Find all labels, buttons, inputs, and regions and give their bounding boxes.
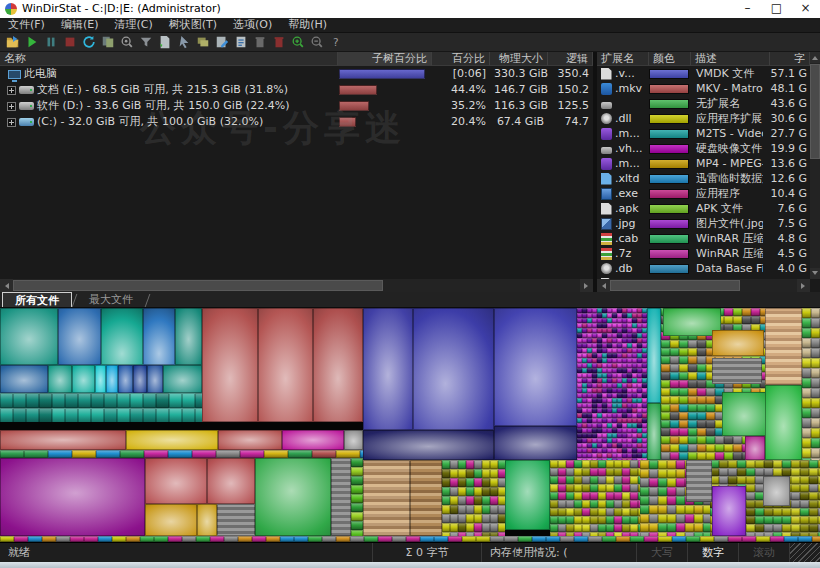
treemap-block[interactable]	[765, 308, 802, 385]
menu-item-4[interactable]: 选项(O)	[225, 18, 280, 32]
treemap-block[interactable]	[0, 458, 145, 536]
treemap-block[interactable]	[686, 460, 712, 502]
treemap-block[interactable]	[101, 308, 143, 365]
extension-row[interactable]: .exe应用程序10.4 G	[597, 186, 810, 201]
ext-col-0[interactable]: 扩展名	[597, 52, 649, 66]
treemap-block[interactable]	[0, 365, 48, 393]
treemap[interactable]	[0, 308, 820, 542]
treemap-block[interactable]	[765, 385, 802, 460]
treemap-block[interactable]	[577, 308, 647, 460]
treemap-block[interactable]	[745, 436, 765, 460]
ext-scroll-down-arrow-icon[interactable]	[810, 268, 820, 279]
ext-scroll-left-arrow-icon[interactable]	[597, 279, 610, 292]
file-row[interactable]: 此电脑[0:06]330.3 GiB350.4	[0, 66, 593, 82]
stop-icon[interactable]	[60, 34, 79, 51]
treemap-block[interactable]	[0, 308, 58, 365]
file-col-2[interactable]: 百分比	[432, 52, 490, 66]
tab-all-files[interactable]: 所有文件	[2, 292, 72, 307]
treemap-block[interactable]	[218, 430, 282, 450]
treemap-block[interactable]	[126, 430, 218, 450]
treemap-block[interactable]	[0, 393, 202, 422]
extension-row[interactable]: 无扩展名43.6 G	[597, 96, 810, 111]
help-icon[interactable]: ?	[326, 34, 345, 51]
extension-hscrollbar[interactable]	[597, 279, 810, 292]
extension-row[interactable]: .cabWinRAR 压缩文件4.8 G	[597, 231, 810, 246]
treemap-block[interactable]	[313, 308, 363, 422]
resume-icon[interactable]	[22, 34, 41, 51]
ext-scroll-right-arrow-icon[interactable]	[797, 279, 810, 292]
treemap-block[interactable]	[647, 308, 661, 403]
treemap-block[interactable]	[175, 308, 202, 365]
extension-row[interactable]: .m...M2TS - Video File27.7 G	[597, 126, 810, 141]
menu-item-2[interactable]: 清理(C)	[106, 18, 160, 32]
menu-item-0[interactable]: 文件(F)	[0, 18, 53, 32]
extension-row[interactable]: .dbData Base File4.0 G	[597, 261, 810, 276]
scroll-right-arrow-icon[interactable]	[580, 279, 593, 292]
treemap-block[interactable]	[143, 308, 175, 365]
treemap-block[interactable]	[145, 458, 207, 504]
file-list-hscrollbar[interactable]	[0, 279, 593, 292]
treemap-block[interactable]	[58, 308, 101, 365]
extension-vscrollbar[interactable]	[810, 52, 820, 279]
treemap-block[interactable]	[207, 458, 255, 504]
treemap-block[interactable]	[147, 365, 163, 393]
pointer-icon[interactable]	[174, 34, 193, 51]
extension-row[interactable]: .mkvMKV - Matroska 电影文件48.1 G	[597, 81, 810, 96]
filter-icon[interactable]	[136, 34, 155, 51]
treemap-block[interactable]	[72, 365, 95, 393]
treemap-block[interactable]	[363, 308, 413, 430]
treemap-block[interactable]	[0, 430, 126, 450]
extension-row[interactable]: .vh...硬盘映像文件19.9 G	[597, 141, 810, 156]
treemap-block[interactable]	[494, 308, 577, 426]
ext-hscroll-thumb[interactable]	[610, 280, 740, 291]
treemap-block[interactable]	[647, 403, 661, 460]
extension-row[interactable]: .m...MP4 - MPEG-4 电影文件13.6 G	[597, 156, 810, 171]
treemap-block[interactable]	[442, 460, 505, 536]
ext-scroll-up-arrow-icon[interactable]	[810, 52, 820, 63]
extension-row[interactable]: .apkAPK 文件7.6 G	[597, 201, 810, 216]
delete-icon[interactable]	[269, 34, 288, 51]
treemap-block[interactable]	[118, 365, 133, 393]
edit-icon[interactable]	[212, 34, 231, 51]
expand-icon[interactable]	[7, 102, 16, 111]
extension-row[interactable]: .jpg图片文件(.jpg)7.5 G	[597, 216, 810, 231]
ext-col-2[interactable]: 描述	[691, 52, 770, 66]
report-icon[interactable]	[231, 34, 250, 51]
search-icon[interactable]	[117, 34, 136, 51]
folders-icon[interactable]	[193, 34, 212, 51]
treemap-block[interactable]	[133, 365, 147, 393]
extension-row[interactable]: .v...VMDK 文件57.1 G	[597, 66, 810, 81]
treemap-block[interactable]	[331, 458, 351, 536]
extension-row[interactable]: .7zWinRAR 压缩文件4.5 G	[597, 246, 810, 261]
zoom-in-icon[interactable]	[288, 34, 307, 51]
file-col-0[interactable]: 名称	[0, 52, 338, 66]
open-folder-icon[interactable]	[3, 34, 22, 51]
file-col-3[interactable]: 物理大小	[490, 52, 548, 66]
treemap-block[interactable]	[258, 308, 313, 422]
treemap-block[interactable]	[202, 308, 258, 422]
extension-row[interactable]: .xltd迅雷临时数据文件12.6 G	[597, 171, 810, 186]
treemap-block[interactable]	[217, 504, 255, 536]
treemap-block[interactable]	[163, 365, 202, 393]
treemap-block[interactable]	[712, 486, 746, 536]
treemap-block[interactable]	[197, 504, 217, 536]
treemap-block[interactable]	[712, 330, 764, 356]
treemap-block[interactable]	[712, 358, 762, 384]
treemap-block[interactable]	[255, 458, 331, 536]
treemap-block[interactable]	[763, 476, 790, 506]
treemap-block[interactable]	[363, 460, 410, 536]
menu-item-1[interactable]: 编辑(E)	[53, 18, 107, 32]
treemap-block[interactable]	[410, 460, 442, 536]
treemap-block[interactable]	[0, 450, 363, 458]
treemap-block[interactable]	[48, 365, 72, 393]
treemap-block[interactable]	[802, 308, 820, 460]
maximize-button[interactable]: □	[762, 0, 791, 18]
ext-col-3[interactable]: 字	[770, 52, 810, 66]
copy-icon[interactable]	[98, 34, 117, 51]
treemap-block[interactable]	[722, 392, 766, 436]
treemap-block[interactable]	[413, 308, 494, 430]
treemap-block[interactable]	[95, 365, 106, 393]
treemap-block[interactable]	[282, 430, 344, 450]
close-button[interactable]: ×	[791, 0, 820, 18]
new-file-icon[interactable]	[155, 34, 174, 51]
